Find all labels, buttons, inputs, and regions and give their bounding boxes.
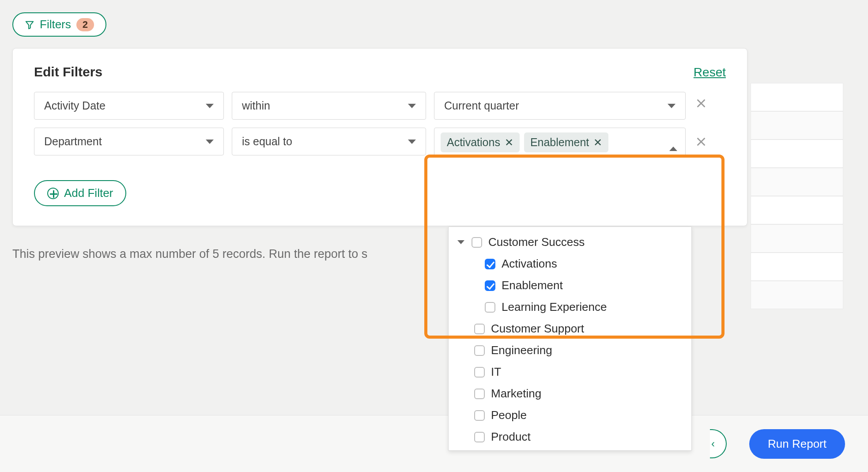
chip-remove-icon[interactable]: ✕ (505, 136, 513, 149)
chevron-down-icon (668, 104, 676, 108)
dropdown-row[interactable]: Marketing (449, 383, 691, 404)
checkbox[interactable] (485, 280, 495, 291)
secondary-button-text: ‹ (711, 438, 715, 450)
dropdown-child-row[interactable]: Activations (449, 253, 691, 275)
filter-field-value: Department (44, 135, 102, 148)
checkbox[interactable] (485, 302, 495, 313)
chip-remove-icon[interactable]: ✕ (593, 136, 602, 149)
filter-icon (25, 20, 34, 30)
dropdown-row[interactable]: IT (449, 361, 691, 383)
chevron-down-icon (408, 104, 416, 108)
filter-operator-value: within (242, 99, 270, 112)
checkbox[interactable] (485, 259, 495, 269)
edit-filters-panel: Edit Filters Reset Activity Date within … (12, 48, 747, 226)
chevron-up-icon (669, 136, 677, 151)
filter-row: Activity Date within Current quarter (34, 92, 726, 120)
option-label: People (491, 408, 527, 422)
chip-label: Activations (447, 136, 500, 149)
filters-label: Filters (40, 18, 71, 31)
filter-value-multiselect[interactable]: Activations ✕ Enablement ✕ (434, 128, 686, 157)
filters-button[interactable]: Filters 2 (12, 12, 106, 37)
plus-circle-icon (47, 188, 59, 199)
reset-link[interactable]: Reset (694, 65, 726, 79)
option-label: Customer Success (488, 235, 585, 249)
dropdown-row[interactable]: People (449, 404, 691, 426)
option-label: Enablement (502, 279, 563, 292)
checkbox[interactable] (474, 389, 485, 399)
chevron-down-icon (408, 140, 416, 144)
panel-title: Edit Filters (34, 64, 102, 79)
filter-operator-value: is equal to (242, 135, 292, 148)
dropdown-child-row[interactable]: Enablement (449, 275, 691, 296)
option-label: Learning Experience (502, 300, 607, 314)
dropdown-row[interactable]: Engineering (449, 340, 691, 361)
chip-label: Enablement (530, 136, 589, 149)
option-label: Marketing (491, 387, 541, 400)
option-label: Engineering (491, 344, 552, 357)
chevron-down-icon (206, 140, 214, 144)
filter-row: Department is equal to Activations ✕ Ena… (34, 128, 726, 157)
preview-note: This preview shows a max number of 5 rec… (12, 247, 856, 261)
filter-field-select[interactable]: Activity Date (34, 92, 224, 120)
selected-chip[interactable]: Enablement ✕ (524, 132, 608, 152)
department-dropdown[interactable]: Customer Success Activations Enablement … (448, 227, 692, 451)
checkbox[interactable] (472, 237, 482, 248)
close-icon (695, 98, 707, 109)
remove-filter-button[interactable] (694, 92, 709, 117)
option-label: Product (491, 430, 531, 444)
run-report-label: Run Report (768, 437, 826, 450)
dropdown-parent-row[interactable]: Customer Success (449, 231, 691, 253)
option-label: Activations (502, 257, 557, 271)
filter-field-value: Activity Date (44, 99, 106, 112)
option-label: Customer Support (491, 322, 584, 336)
remove-filter-button[interactable] (694, 130, 709, 155)
filter-value: Current quarter (444, 99, 519, 112)
run-report-button[interactable]: Run Report (749, 429, 845, 459)
svg-marker-0 (26, 21, 34, 28)
expand-icon[interactable] (457, 240, 464, 244)
dropdown-row[interactable]: Product (449, 426, 691, 448)
filter-operator-select[interactable]: within (232, 92, 426, 120)
dropdown-row[interactable]: Customer Support (449, 318, 691, 340)
add-filter-button[interactable]: Add Filter (34, 180, 126, 206)
chevron-down-icon (206, 104, 214, 108)
filter-field-select[interactable]: Department (34, 128, 224, 155)
checkbox[interactable] (474, 410, 485, 421)
checkbox[interactable] (474, 324, 485, 334)
background-table-fragment (751, 83, 843, 309)
option-label: IT (491, 365, 501, 379)
close-icon (695, 136, 707, 147)
filter-operator-select[interactable]: is equal to (232, 128, 426, 155)
filters-count-badge: 2 (76, 18, 94, 31)
bottom-action-bar (0, 415, 868, 472)
filter-value-select[interactable]: Current quarter (434, 92, 686, 120)
add-filter-label: Add Filter (64, 186, 113, 200)
checkbox[interactable] (474, 367, 485, 378)
dropdown-child-row[interactable]: Learning Experience (449, 296, 691, 318)
checkbox[interactable] (474, 432, 485, 442)
selected-chip[interactable]: Activations ✕ (441, 132, 520, 152)
checkbox[interactable] (474, 345, 485, 356)
